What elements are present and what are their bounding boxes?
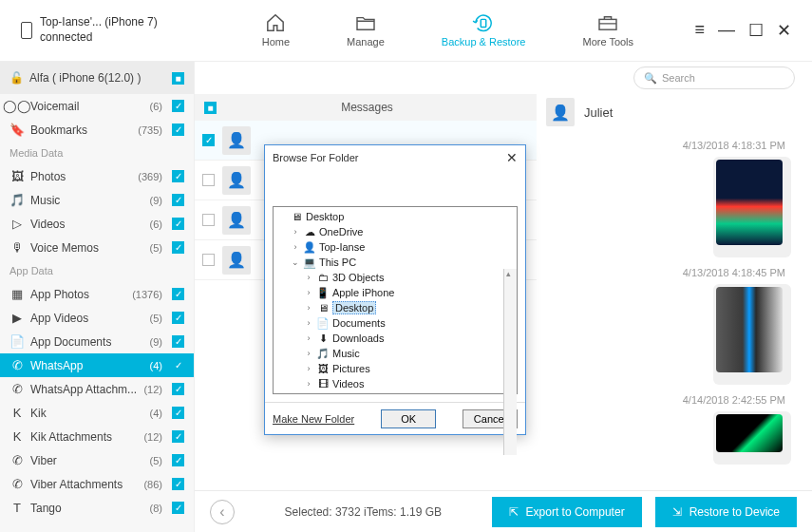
message-attachment[interactable]: [713, 284, 791, 385]
tango-icon: T: [9, 501, 25, 515]
app-video-icon: ▶: [9, 311, 25, 325]
tree-item-label: Documents: [332, 317, 386, 329]
expand-icon[interactable]: ›: [304, 303, 313, 313]
sidebar-item-kik[interactable]: K Kik (4) ✓: [0, 401, 194, 425]
tree-item-label: Top-Ianse: [319, 241, 365, 253]
expand-icon[interactable]: ›: [304, 273, 313, 282]
tree-item[interactable]: › 💽 Local Disk (C:): [274, 391, 517, 394]
sidebar-item-photos[interactable]: 🖼 Photos (369) ✓: [0, 164, 194, 188]
tree-item-label: Apple iPhone: [332, 287, 394, 298]
sidebar-item-label: Kik Attachments: [30, 430, 112, 444]
sidebar-item-app-documents[interactable]: 📄 App Documents (9) ✓: [0, 330, 194, 353]
checkbox-icon[interactable]: ■: [204, 102, 217, 114]
sidebar-item-whatsapp-attachm-[interactable]: ✆ WhatsApp Attachm... (12) ✓: [0, 377, 194, 401]
checkbox-icon[interactable]: ✓: [172, 359, 184, 371]
sidebar-item-kik-attachments[interactable]: K Kik Attachments (12) ✓: [0, 425, 194, 448]
sidebar-item-videos[interactable]: ▷ Videos (6) ✓: [0, 212, 194, 236]
checkbox-icon[interactable]: [202, 174, 215, 186]
expand-icon[interactable]: ›: [304, 364, 313, 373]
checkbox-icon[interactable]: ✓: [172, 312, 184, 324]
checkbox-icon[interactable]: ✓: [172, 383, 184, 395]
restore-button[interactable]: ⇲ Restore to Device: [655, 497, 797, 527]
sidebar-item-app-photos[interactable]: ▦ App Photos (1376) ✓: [0, 282, 194, 306]
tab-backup-restore[interactable]: Backup & Restore: [442, 13, 526, 48]
close-icon[interactable]: ✕: [777, 20, 791, 41]
tree-item[interactable]: › 🖥 Desktop: [274, 300, 517, 315]
checkbox-icon[interactable]: ✓: [172, 218, 184, 230]
tree-item[interactable]: › 📱 Apple iPhone: [274, 285, 517, 300]
tree-item[interactable]: › ⬇ Downloads: [274, 331, 517, 346]
lock-icon: 🔓: [9, 71, 24, 85]
sidebar-item-music[interactable]: 🎵 Music (9) ✓: [0, 188, 194, 212]
ok-button[interactable]: OK: [381, 409, 436, 428]
close-icon[interactable]: ✕: [506, 150, 518, 165]
tree-item[interactable]: › 🎞 Videos: [274, 376, 517, 391]
sidebar-item-voicemail[interactable]: ◯◯ Voicemail (6) ✓: [0, 94, 194, 118]
tab-home[interactable]: Home: [262, 13, 290, 48]
checkbox-icon[interactable]: ✓: [172, 288, 184, 300]
sidebar-item-voice-memos[interactable]: 🎙 Voice Memos (5) ✓: [0, 236, 194, 259]
checkbox-icon[interactable]: ✓: [172, 194, 184, 206]
export-button[interactable]: ⇱ Export to Computer: [492, 497, 642, 527]
kik-icon: K: [9, 429, 25, 444]
checkbox-icon[interactable]: ✓: [172, 100, 184, 112]
sidebar-item-viber[interactable]: ✆ Viber (5) ✓: [0, 448, 194, 472]
sidebar-item-label: Kik: [30, 407, 47, 420]
expand-icon[interactable]: ›: [291, 242, 300, 252]
checkbox-icon[interactable]: ✓: [172, 124, 184, 136]
sidebar-device[interactable]: 🔓 Alfa ( iPhone 6(12.0) ) ■: [0, 62, 194, 94]
expand-icon[interactable]: ›: [304, 379, 313, 389]
avatar-icon: 👤: [222, 166, 251, 195]
expand-icon[interactable]: ›: [304, 288, 313, 297]
tree-item[interactable]: 🖥 Desktop: [274, 209, 517, 224]
tab-manage[interactable]: Manage: [347, 13, 385, 48]
tab-more-tools[interactable]: More Tools: [582, 13, 633, 48]
sidebar-item-tango[interactable]: T Tango (8) ✓: [0, 496, 194, 520]
checkbox-icon[interactable]: ■: [172, 72, 184, 85]
device-status: connected: [40, 30, 158, 46]
tree-item[interactable]: › 🎵 Music: [274, 346, 517, 361]
tree-item[interactable]: › 📄 Documents: [274, 315, 517, 331]
tree-item[interactable]: › 🗀 3D Objects: [274, 270, 517, 285]
message-attachment[interactable]: [713, 157, 791, 257]
checkbox-icon[interactable]: ✓: [202, 134, 215, 146]
expand-icon[interactable]: ›: [304, 333, 313, 343]
checkbox-icon[interactable]: ✓: [172, 454, 184, 466]
checkbox-icon[interactable]: ✓: [172, 502, 184, 514]
checkbox-icon[interactable]: ✓: [172, 170, 184, 182]
tree-item[interactable]: › 👤 Top-Ianse: [274, 239, 517, 255]
message-attachment[interactable]: [713, 411, 791, 465]
maximize-icon[interactable]: ☐: [748, 20, 764, 41]
back-button[interactable]: ‹: [210, 500, 235, 524]
checkbox-icon[interactable]: ✓: [172, 478, 184, 490]
folder-tree[interactable]: 🖥 Desktop › ☁ OneDrive › 👤 Top-Ianse ⌄ 💻…: [273, 206, 518, 394]
sidebar-item-count: (1376): [132, 289, 162, 300]
make-new-folder-link[interactable]: Make New Folder: [273, 413, 354, 425]
sidebar-item-whatsapp[interactable]: ✆ WhatsApp (4) ✓: [0, 353, 194, 377]
minimize-icon[interactable]: —: [718, 20, 735, 41]
checkbox-icon[interactable]: [202, 254, 215, 266]
expand-icon[interactable]: ›: [304, 318, 313, 328]
menu-icon[interactable]: ≡: [694, 20, 705, 41]
sidebar-item-viber-attachments[interactable]: ✆ Viber Attachments (86) ✓: [0, 472, 194, 496]
tree-item[interactable]: › ☁ OneDrive: [274, 224, 517, 239]
checkbox-icon[interactable]: ✓: [172, 241, 184, 254]
expand-icon[interactable]: ›: [291, 227, 300, 237]
avatar-icon: 👤: [222, 126, 251, 155]
tree-item[interactable]: › 🖼 Pictures: [274, 361, 517, 376]
tree-item[interactable]: ⌄ 💻 This PC: [274, 255, 517, 270]
checkbox-icon[interactable]: ✓: [172, 407, 184, 419]
scrollbar[interactable]: [503, 269, 517, 455]
checkbox-icon[interactable]: ✓: [172, 430, 184, 443]
selection-status: Selected: 3732 iTems: 1.19 GB: [248, 505, 479, 519]
sidebar-item-bookmarks[interactable]: 🔖 Bookmarks (735) ✓: [0, 118, 194, 142]
device-info[interactable]: Top-Ianse'... (iPhone 7) connected: [21, 15, 158, 45]
search-input[interactable]: 🔍 Search: [633, 66, 795, 89]
viber-icon: ✆: [9, 477, 25, 491]
sidebar-item-app-videos[interactable]: ▶ App Videos (5) ✓: [0, 306, 194, 330]
folder-icon: 🎞: [316, 378, 330, 390]
expand-icon[interactable]: ›: [304, 349, 313, 358]
expand-icon[interactable]: ⌄: [291, 257, 300, 267]
checkbox-icon[interactable]: ✓: [172, 335, 184, 348]
checkbox-icon[interactable]: [202, 214, 215, 226]
